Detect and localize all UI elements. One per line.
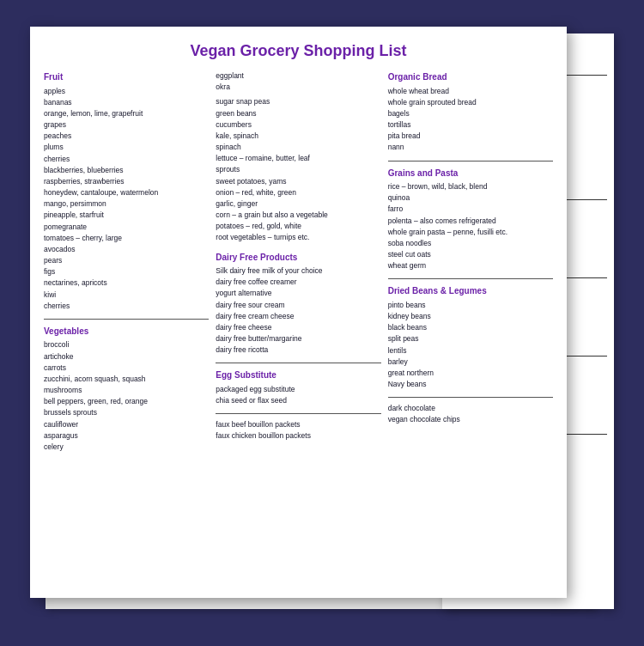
section-item: mushrooms: [44, 385, 209, 396]
section-item: garlic, ginger: [216, 198, 380, 210]
col2: eggplantokrasugar snap peasgreen beanscu…: [216, 70, 380, 583]
section-item: plums: [44, 142, 209, 153]
section-item: lettuce – romaine, butter, leaf: [216, 153, 380, 164]
section-title: Fruit: [44, 70, 209, 84]
section-item: wheat germ: [388, 260, 553, 271]
section-divider: [388, 161, 553, 162]
section-item: farro: [388, 204, 553, 215]
section-item: packaged egg substitute: [216, 384, 380, 395]
section-title: Dairy Free Products: [216, 251, 380, 265]
section: faux beef bouillon packetsfaux chicken b…: [216, 419, 380, 442]
section-item: split peas: [388, 333, 553, 344]
section-item: brussels sprouts: [44, 407, 209, 418]
section-item: sprouts: [216, 164, 380, 175]
section: Dried Beans & Legumespinto beanskidney b…: [388, 284, 553, 390]
section-item: mango, persimmon: [44, 198, 209, 210]
section-item: polenta – also comes refrigerated: [388, 216, 553, 227]
section-item: artichoke: [44, 351, 209, 363]
section-item: bananas: [44, 97, 209, 108]
section-item: dark chocolate: [388, 403, 553, 414]
section-item: nectarines, apricots: [44, 277, 209, 289]
section-divider: [44, 319, 209, 320]
section: Fruitapplesbananasorange, lemon, lime, g…: [44, 70, 209, 312]
section: Organic Breadwhole wheat breadwhole grai…: [388, 70, 553, 154]
section-item: corn – a grain but also a vegetable: [216, 210, 380, 221]
section-item: root vegetables – turnips etc.: [216, 232, 380, 243]
section-item: cherries: [44, 154, 209, 165]
section-item: pomegranate: [44, 222, 209, 233]
section-item: dairy free sour cream: [216, 300, 380, 311]
section-item: dairy free cream cheese: [216, 311, 380, 322]
section: dark chocolatevegan chocolate chips: [388, 403, 553, 425]
section-item: faux chicken bouillon packets: [216, 430, 380, 442]
page-title: Vegan Grocery Shopping List: [44, 42, 553, 60]
section-item: sweet potatoes, yams: [216, 176, 380, 187]
section-item: dairy free ricotta: [216, 344, 380, 356]
col1: Fruitapplesbananasorange, lemon, lime, g…: [44, 70, 209, 583]
section-item: faux beef bouillon packets: [216, 419, 380, 430]
section-item: whole grain sprouted bread: [388, 97, 553, 108]
section-item: figs: [44, 266, 209, 277]
section-item: Silk dairy free milk of your choice: [216, 265, 380, 277]
section-item: honeydew, cantaloupe, watermelon: [44, 187, 209, 198]
section-item: soba noodles: [388, 238, 553, 249]
section-title: Dried Beans & Legumes: [388, 284, 553, 298]
section-item: pita bread: [388, 131, 553, 142]
section-item: whole wheat bread: [388, 86, 553, 97]
section-item: chia seed or flax seed: [216, 395, 380, 406]
main-page: Vegan Grocery Shopping List Fruitapplesb…: [30, 27, 567, 598]
section-item: avocados: [44, 244, 209, 255]
section-item: black beans: [388, 322, 553, 333]
section-item: orange, lemon, lime, grapefruit: [44, 108, 209, 119]
section-item: vegan chocolate chips: [388, 414, 553, 425]
section-item: cherries: [44, 301, 209, 312]
col3: Organic Breadwhole wheat breadwhole grai…: [388, 70, 553, 583]
section-item: bagels: [388, 108, 553, 119]
section-item: pinto beans: [388, 300, 553, 311]
section-item: sugar snap peas: [216, 96, 380, 107]
section-item: kale, spinach: [216, 131, 380, 142]
section-divider: [216, 363, 380, 363]
section: Dairy Free ProductsSilk dairy free milk …: [216, 251, 380, 357]
section-title: Vegetables: [44, 325, 209, 338]
section-item: eggplant: [216, 70, 380, 82]
section-item: asparagus: [44, 430, 209, 442]
section-item: zucchini, acorn squash, squash: [44, 374, 209, 385]
section-item: green beans: [216, 108, 380, 119]
section-item: pears: [44, 255, 209, 266]
section-item: apples: [44, 86, 209, 97]
section-item: dairy free butter/margarine: [216, 333, 380, 344]
section-item: whole grain pasta – penne, fusilli etc.: [388, 227, 553, 238]
section-item: rice – brown, wild, black, blend: [388, 181, 553, 192]
page-wrapper: erbs and Spicesegano, cinnamon, basil et…: [30, 27, 614, 619]
section-title: Egg Substitute: [216, 369, 380, 382]
section-item: cauliflower: [44, 419, 209, 430]
section-item: lentils: [388, 345, 553, 357]
section-item: dairy free cheese: [216, 322, 380, 333]
section-item: cucumbers: [216, 119, 380, 131]
section: Egg Substitutepackaged egg substitutechi…: [216, 369, 380, 406]
section-item: potatoes – red, gold, white: [216, 221, 380, 232]
section-item: yogurt alternative: [216, 288, 380, 299]
section-item: grapes: [44, 119, 209, 131]
section-item: peaches: [44, 131, 209, 142]
columns-wrapper: Fruitapplesbananasorange, lemon, lime, g…: [44, 70, 553, 583]
section-divider: [388, 278, 553, 279]
section-item: dairy free coffee creamer: [216, 277, 380, 288]
section-item: steel cut oats: [388, 249, 553, 260]
section-item: onion – red, white, green: [216, 187, 380, 198]
section-item: celery: [44, 442, 209, 453]
section-item: tomatoes – cherry, large: [44, 233, 209, 244]
section-item: pineapple, starfruit: [44, 210, 209, 221]
section-title: Grains and Pasta: [388, 167, 553, 180]
section-divider: [388, 397, 553, 398]
section: Grains and Pastarice – brown, wild, blac…: [388, 167, 553, 272]
section: eggplantokrasugar snap peasgreen beanscu…: [216, 70, 380, 244]
section-item: kidney beans: [388, 311, 553, 322]
section-item: Navy beans: [388, 379, 553, 390]
section-item: tortillas: [388, 119, 553, 131]
section-item: barley: [388, 357, 553, 368]
section-item: broccoli: [44, 339, 209, 350]
section-item: kiwi: [44, 289, 209, 301]
section-item: bell peppers, green, red, orange: [44, 396, 209, 407]
